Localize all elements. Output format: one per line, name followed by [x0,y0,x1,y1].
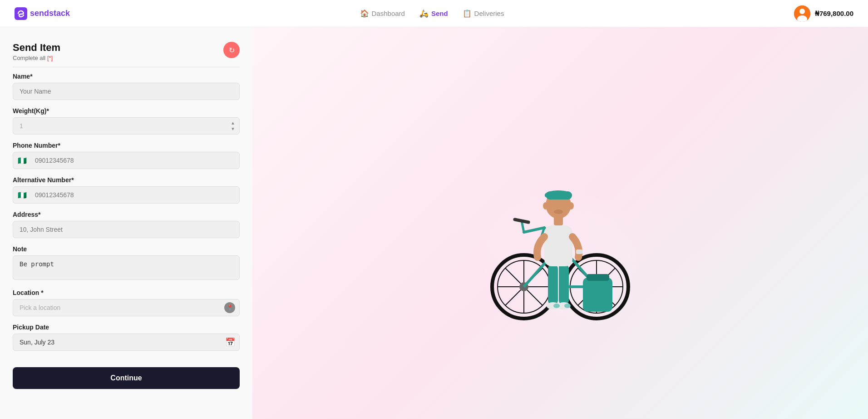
svg-point-40 [554,210,563,214]
phone-field-group: Phone Number* 🇳🇬 [13,142,240,169]
nav-send[interactable]: 🛵 Send [419,9,448,18]
dashboard-icon: 🏠 [360,9,369,18]
svg-rect-26 [559,264,569,305]
spinner-up[interactable]: ▲ [231,120,235,125]
address-label: Address* [13,211,240,218]
svg-rect-36 [546,191,572,200]
weight-field-group: Weight(Kg)* ▲ ▼ [13,107,240,135]
send-form-panel: Send Item Complete all [*] ↻ Name* Weigh… [0,27,252,419]
svg-point-2 [799,9,805,14]
required-marker: [*] [47,55,53,61]
location-wrap: Pick a location 📍 [13,299,240,316]
spinner-down[interactable]: ▼ [231,126,235,131]
name-field-group: Name* [13,73,240,100]
illustration-svg [465,110,656,337]
main-content: Send Item Complete all [*] ↻ Name* Weigh… [0,27,868,419]
alt-phone-input-wrap: 🇳🇬 [13,186,240,204]
avatar-image [794,5,810,22]
panel-header-text: Send Item Complete all [*] [13,42,60,61]
logo-icon [15,7,27,20]
weight-input-wrap: ▲ ▼ [13,117,240,135]
address-field-group: Address* [13,211,240,238]
location-field-group: Location * Pick a location 📍 [13,289,240,316]
deliveries-icon: 📋 [463,9,472,18]
avatar[interactable] [794,5,810,22]
subtitle-text: Complete all [13,55,47,61]
nav-send-label: Send [431,10,448,17]
pickup-date-group: Pickup Date 📅 [13,324,240,351]
address-input[interactable] [13,221,240,238]
alt-phone-flag: 🇳🇬 [13,191,31,200]
phone-flag: 🇳🇬 [13,156,31,165]
panel-header: Send Item Complete all [*] ↻ [13,42,240,61]
svg-rect-37 [545,194,549,197]
logo-text: sendstack [30,9,70,18]
balance-display: ₦769,800.00 [815,10,853,18]
phone-label: Phone Number* [13,142,240,149]
pickup-date-input[interactable] [13,334,240,351]
phone-input-wrap: 🇳🇬 [13,152,240,169]
alt-phone-label: Alternative Number* [13,176,240,184]
divider-top [13,67,240,67]
weight-spinner[interactable]: ▲ ▼ [231,120,235,131]
date-wrap: 📅 [13,334,240,351]
pickup-date-label: Pickup Date [13,324,240,331]
note-label: Note [13,245,240,253]
send-icon: 🛵 [419,9,429,18]
note-field-group: Note Be prompt [13,245,240,282]
location-select[interactable]: Pick a location [13,299,240,316]
name-input[interactable] [13,83,240,100]
alt-phone-field-group: Alternative Number* 🇳🇬 [13,176,240,204]
weight-input[interactable] [13,117,240,135]
illustration-panel [252,27,868,419]
svg-point-29 [553,304,560,308]
refresh-button[interactable]: ↻ [223,42,240,58]
name-label: Name* [13,73,240,80]
nav-deliveries-label: Deliveries [474,10,504,17]
app-header: sendstack 🏠 Dashboard 🛵 Send 📋 Deliverie… [0,0,868,27]
panel-subtitle: Complete all [*] [13,55,60,61]
panel-title: Send Item [13,42,60,54]
header-right: ₦769,800.00 [794,5,853,22]
note-input[interactable]: Be prompt [13,255,240,280]
phone-input[interactable] [31,152,239,169]
weight-label: Weight(Kg)* [13,107,240,115]
nav-dashboard[interactable]: 🏠 Dashboard [360,9,405,18]
svg-rect-24 [587,274,609,281]
svg-rect-25 [548,264,558,305]
svg-point-38 [543,202,548,210]
delivery-illustration [465,110,656,337]
svg-point-30 [564,304,571,308]
logo[interactable]: sendstack [15,7,70,20]
svg-rect-31 [544,225,572,266]
alt-phone-input[interactable] [31,187,239,203]
location-label: Location * [13,289,240,296]
nav-deliveries[interactable]: 📋 Deliveries [463,9,504,18]
svg-point-39 [568,202,574,210]
svg-rect-32 [576,249,582,254]
main-nav: 🏠 Dashboard 🛵 Send 📋 Deliveries [360,9,504,18]
svg-rect-23 [583,278,612,312]
nav-dashboard-label: Dashboard [372,10,405,17]
continue-button[interactable]: Continue [13,367,240,389]
